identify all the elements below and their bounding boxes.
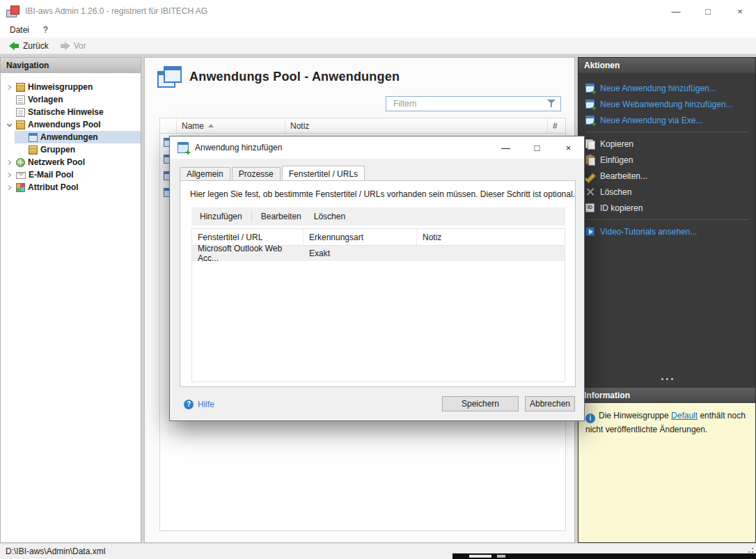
nav-item-label: E-Mail Pool (29, 170, 74, 180)
fenstertitel-cell: Microsoft Outlook Web Acc... (192, 244, 304, 263)
hinzufuegen-button[interactable]: Hinzufügen (194, 210, 248, 223)
speichern-button[interactable]: Speichern (442, 396, 519, 411)
navigation-header: Navigation (1, 58, 141, 73)
nav-item-anwendungs-pool[interactable]: Anwendungs Pool (1, 118, 141, 131)
info-icon: i (585, 414, 595, 423)
tab-fenstertitel-urls[interactable]: Fenstertitel / URLs (282, 166, 365, 180)
fenstertitel-table: Fenstertitel / URL Erkennungsart Notiz M… (191, 228, 565, 382)
help-link[interactable]: ? Hilfe (184, 400, 214, 409)
filter-funnel-icon[interactable] (547, 99, 557, 108)
name-column-label: Name (182, 121, 204, 131)
notiz-column-header[interactable]: Notiz (417, 229, 565, 245)
dialog-title: Anwendung hinzufügen (195, 143, 282, 152)
close-button[interactable]: × (724, 0, 756, 22)
action-label: Neue Webanwendung hinzufügen... (600, 100, 733, 109)
action-label: ID kopieren (600, 203, 643, 213)
minimize-button[interactable]: — (660, 0, 692, 22)
icon-column-header[interactable] (160, 118, 177, 133)
action-video-tutorials[interactable]: Video-Tutorials ansehen... (578, 223, 755, 239)
action-new-webapplication[interactable]: Neue Webanwendung hinzufügen... (578, 96, 755, 112)
chevron-down-icon[interactable] (5, 120, 13, 129)
edit-icon (585, 171, 594, 180)
dialog-tabs: Allgemein Prozesse Fenstertitel / URLs (180, 167, 366, 180)
count-column-header[interactable]: # (548, 118, 565, 133)
information-box: iDie Hinweisgruppe Default enthält noch … (578, 403, 755, 542)
page-title: Anwendungs Pool - Anwendungen (189, 70, 400, 84)
chevron-right-icon[interactable] (5, 158, 13, 166)
package-icon (16, 83, 25, 92)
panel-splitter-grip[interactable] (578, 378, 755, 380)
action-label: Video-Tutorials ansehen... (600, 227, 697, 237)
erkennungsart-cell: Exakt (304, 249, 417, 258)
dialog-close-button[interactable]: × (553, 136, 584, 159)
nav-item-statische-hinweise[interactable]: Statische Hinweise (1, 106, 141, 118)
nav-item-email-pool[interactable]: E-Mail Pool (1, 168, 141, 181)
maximize-button[interactable]: □ (692, 0, 724, 22)
chevron-placeholder (5, 108, 13, 116)
filter-input[interactable] (386, 96, 561, 111)
action-id-kopieren[interactable]: ID kopieren (578, 200, 755, 216)
dialog-maximize-button[interactable]: □ (521, 136, 553, 159)
video-icon (585, 227, 594, 236)
title-bar[interactable]: IBI-aws Admin 1.26.0 - registriert für I… (0, 0, 756, 22)
table-header-row: Name Notiz # (160, 118, 565, 134)
attribute-icon (16, 183, 25, 192)
forward-button[interactable]: Vor (55, 40, 91, 52)
action-loeschen[interactable]: Löschen (578, 184, 755, 200)
action-kopieren[interactable]: Kopieren (578, 136, 755, 152)
nav-item-label: Attribut Pool (28, 182, 79, 192)
fenstertitel-column-header[interactable]: Fenstertitel / URL (192, 229, 304, 245)
filter-box (386, 96, 561, 111)
mail-icon (16, 172, 26, 179)
new-webapplication-icon (585, 100, 594, 109)
nav-item-anwendungen[interactable]: Anwendungen (15, 131, 141, 143)
nav-item-label: Hinweisgruppen (28, 82, 93, 92)
window-title: IBI-aws Admin 1.26.0 - registriert für I… (25, 6, 207, 16)
erkennungsart-column-header[interactable]: Erkennungsart (304, 229, 417, 245)
menu-help[interactable]: ? (36, 24, 55, 36)
dialog-tab-page: Hier legen Sie fest, ob bestimmte Fenste… (180, 180, 576, 387)
dialog-toolbar: Hinzufügen Bearbeiten Löschen (191, 207, 565, 226)
action-label: Neue Anwendung hinzufügen... (600, 84, 716, 93)
dialog-title-bar[interactable]: Anwendung hinzufügen — □ × (170, 136, 584, 159)
menu-datei[interactable]: Datei (3, 24, 36, 36)
nav-item-gruppen[interactable]: Gruppen (15, 143, 141, 156)
bearbeiten-button[interactable]: Bearbeiten (255, 210, 307, 223)
tab-prozesse[interactable]: Prozesse (232, 167, 281, 180)
table-row[interactable]: Microsoft Outlook Web Acc... Exakt (192, 246, 565, 261)
nav-item-attribut-pool[interactable]: Attribut Pool (1, 181, 141, 194)
action-bearbeiten[interactable]: Bearbeiten... (578, 168, 755, 184)
information-header: Information (578, 388, 755, 403)
action-new-application-via-exe[interactable]: Neue Anwendung via Exe... (578, 112, 755, 128)
chevron-right-icon[interactable] (5, 183, 13, 191)
nav-item-hinweisgruppen[interactable]: Hinweisgruppen (1, 81, 141, 93)
action-label: Kopieren (600, 139, 633, 149)
help-label: Hilfe (198, 400, 214, 409)
chevron-placeholder (5, 95, 13, 104)
taskbar-sliver (452, 553, 756, 559)
loeschen-button[interactable]: Löschen (308, 210, 351, 223)
application-icon (29, 133, 38, 142)
separator (585, 219, 748, 220)
dialog-minimize-button[interactable]: — (490, 136, 521, 159)
forward-arrow-icon (60, 42, 70, 50)
network-icon (16, 158, 25, 167)
back-button[interactable]: Zurück (4, 40, 54, 52)
action-new-application[interactable]: Neue Anwendung hinzufügen... (578, 80, 755, 96)
chevron-right-icon[interactable] (5, 171, 13, 179)
abbrechen-button[interactable]: Abbrechen (525, 396, 575, 411)
nav-item-netzwerk-pool[interactable]: Netzwerk Pool (1, 156, 141, 168)
action-einfuegen[interactable]: Einfügen (578, 152, 755, 168)
default-group-link[interactable]: Default (671, 411, 698, 420)
information-text-before: Die Hinweisgruppe (599, 411, 669, 420)
nav-item-label: Gruppen (40, 145, 75, 155)
new-application-icon (585, 84, 594, 93)
name-column-header[interactable]: Name (177, 118, 285, 133)
tab-allgemein[interactable]: Allgemein (180, 167, 230, 180)
dialog-icon (178, 142, 189, 153)
new-application-exe-icon (585, 116, 594, 125)
notiz-column-header[interactable]: Notiz (285, 118, 548, 133)
nav-item-vorlagen[interactable]: Vorlagen (1, 93, 141, 106)
menu-bar: Datei ? (0, 22, 756, 38)
chevron-right-icon[interactable] (5, 83, 13, 91)
